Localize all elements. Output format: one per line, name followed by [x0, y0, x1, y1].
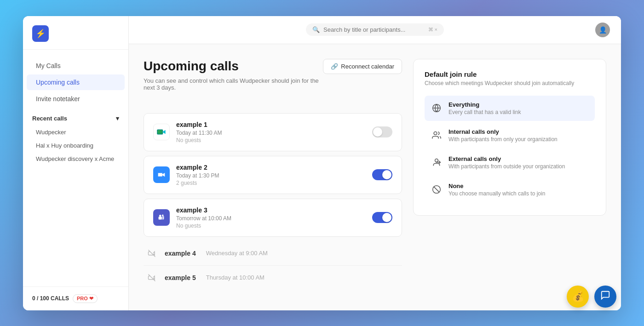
sidebar-header: ⚡	[23, 16, 128, 50]
rule-desc: Every call that has a valid link	[448, 109, 589, 115]
sidebar-item-my-calls[interactable]: My Calls	[27, 58, 125, 74]
right-panel: Default join rule Choose which meetings …	[413, 59, 606, 299]
call-guests: No guests	[176, 223, 366, 229]
call-row-name: example 4	[165, 250, 196, 257]
rule-name: External calls only	[448, 155, 589, 162]
chevron-down-icon: ▾	[116, 115, 119, 122]
sidebar-footer: 0 / 100 CALLS PRO ❤	[23, 286, 128, 310]
sidebar-nav: My Calls Upcoming calls Invite notetaker…	[23, 50, 128, 286]
call-row-time: Wednesday at 9:00 AM	[206, 250, 268, 257]
rule-desc: With participants from outside your orga…	[448, 163, 589, 170]
globe-icon	[430, 102, 443, 114]
search-shortcut: ⌘ ×	[428, 27, 437, 33]
top-bar: 🔍 ⌘ × 👤	[129, 16, 621, 44]
toggle-example2[interactable]	[372, 169, 392, 180]
content-area: Upcoming calls You can see and control w…	[129, 44, 621, 310]
recent-call-wudpecker[interactable]: Wudpecker	[23, 126, 128, 139]
main-content: 🔍 ⌘ × 👤 Upcoming calls You can see and c…	[129, 16, 621, 310]
call-name: example 3	[176, 206, 366, 214]
call-card-example2: example 2 Today at 1:30 PM 2 guests	[144, 156, 402, 194]
link-icon: 🔗	[331, 63, 338, 70]
rule-desc: With participants from only your organiz…	[448, 136, 589, 143]
call-row-example4: example 4 Wednesday at 9:00 AM	[144, 241, 402, 266]
sidebar-item-invite-notetaker[interactable]: Invite notetaker	[27, 91, 125, 107]
recent-call-hal-huy[interactable]: Hal x Huy onboarding	[23, 139, 128, 152]
rule-internal[interactable]: Internal calls only With participants fr…	[425, 123, 595, 148]
chat-button[interactable]	[594, 286, 616, 308]
rule-name: Internal calls only	[448, 128, 589, 135]
toggle-example3[interactable]	[372, 212, 392, 223]
recent-calls-section: Recent calls ▾ Wudpecker Hal x Huy onboa…	[23, 108, 128, 169]
rule-external[interactable]: External calls only With participants fr…	[425, 150, 595, 175]
sidebar-item-upcoming-calls[interactable]: Upcoming calls	[27, 74, 125, 90]
rule-none[interactable]: None You choose manually which calls to …	[425, 177, 595, 202]
left-panel: Upcoming calls You can see and control w…	[144, 59, 402, 299]
floating-buttons: 💰	[567, 286, 616, 308]
rule-name: None	[448, 183, 589, 189]
rule-name: Everything	[448, 101, 589, 108]
svg-point-10	[434, 132, 437, 135]
page-subtitle: You can see and control which calls Wudp…	[144, 77, 323, 91]
svg-point-5	[159, 215, 161, 217]
rule-everything[interactable]: Everything Every call that has a valid l…	[425, 96, 595, 121]
no-video-icon	[145, 247, 158, 260]
call-card-example1: example 1 Today at 11:30 AM No guests	[144, 113, 402, 151]
app-window: ⚡ My Calls Upcoming calls Invite notetak…	[23, 16, 621, 310]
call-row-example5: example 5 Thursday at 10:00 AM	[144, 266, 402, 290]
no-video-icon	[145, 271, 158, 284]
pro-badge: PRO ❤	[73, 294, 98, 303]
default-join-card: Default join rule Choose which meetings …	[413, 59, 606, 216]
call-row-time: Thursday at 10:00 AM	[206, 274, 264, 281]
call-time: Today at 11:30 AM	[176, 130, 366, 136]
search-bar: 🔍 ⌘ ×	[306, 23, 444, 36]
circle-icon	[430, 183, 443, 196]
page-title: Upcoming calls	[144, 59, 323, 74]
svg-rect-2	[158, 130, 162, 134]
svg-line-14	[434, 187, 439, 192]
call-info-example1: example 1 Today at 11:30 AM No guests	[176, 121, 366, 143]
google-meet-icon	[153, 124, 170, 140]
call-name: example 1	[176, 121, 366, 128]
money-button[interactable]: 💰	[567, 286, 589, 308]
sidebar: ⚡ My Calls Upcoming calls Invite notetak…	[23, 16, 129, 310]
avatar[interactable]: 👤	[595, 23, 610, 37]
user-external-icon	[430, 156, 443, 169]
zoom-icon	[153, 166, 170, 183]
page-header-left: Upcoming calls You can see and control w…	[144, 59, 323, 102]
call-card-example3: example 3 Tomorrow at 10:00 AM No guests	[144, 199, 402, 237]
chat-icon	[600, 290, 610, 303]
call-guests: No guests	[176, 137, 366, 143]
recent-call-wudpecker-acme[interactable]: Wudpecker discovery x Acme	[23, 152, 128, 166]
recent-calls-toggle[interactable]: Recent calls ▾	[23, 111, 128, 126]
call-name: example 2	[176, 164, 366, 171]
call-guests: 2 guests	[176, 180, 366, 186]
search-input[interactable]	[323, 26, 415, 33]
app-logo: ⚡	[32, 25, 49, 42]
call-info-example2: example 2 Today at 1:30 PM 2 guests	[176, 164, 366, 186]
default-join-subtitle: Choose which meetings Wudpecker should j…	[425, 80, 595, 86]
toggle-example1[interactable]	[372, 126, 392, 137]
rule-desc: You choose manually which calls to join	[448, 190, 589, 197]
page-header: Upcoming calls You can see and control w…	[144, 59, 402, 102]
svg-point-11	[435, 159, 438, 162]
call-info-example3: example 3 Tomorrow at 10:00 AM No guests	[176, 206, 366, 229]
svg-point-4	[162, 215, 164, 217]
calls-counter: 0 / 100 CALLS	[32, 295, 69, 302]
default-join-title: Default join rule	[425, 70, 595, 78]
teams-icon	[153, 209, 170, 226]
reconnect-calendar-button[interactable]: 🔗 Reconnect calendar	[323, 59, 402, 74]
call-time: Today at 1:30 PM	[176, 172, 366, 179]
call-time: Tomorrow at 10:00 AM	[176, 215, 366, 222]
money-icon: 💰	[572, 291, 584, 303]
svg-rect-3	[159, 217, 162, 219]
calls-list: example 1 Today at 11:30 AM No guests	[144, 113, 402, 290]
users-icon	[430, 129, 443, 142]
search-icon: 🔍	[312, 26, 320, 33]
call-row-name: example 5	[165, 274, 196, 281]
